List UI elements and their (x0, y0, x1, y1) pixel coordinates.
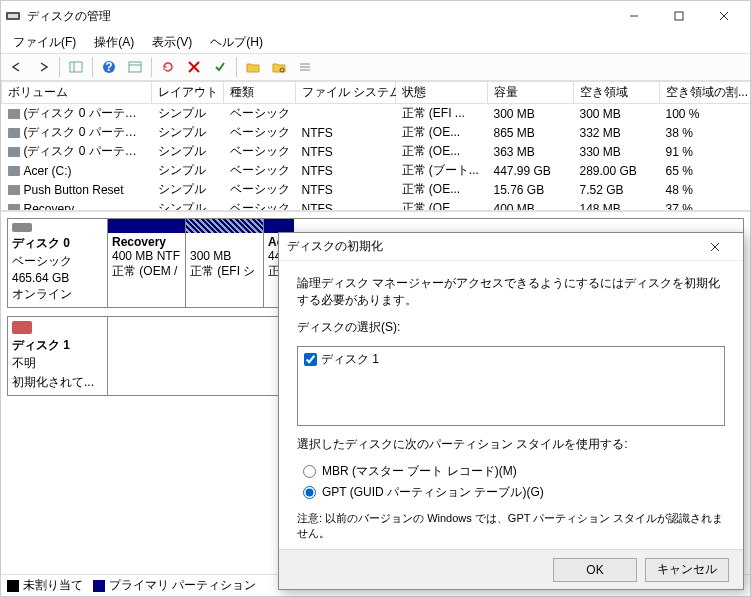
app-icon (5, 8, 21, 24)
dialog-title: ディスクの初期化 (287, 238, 695, 255)
menu-action[interactable]: 操作(A) (86, 32, 142, 53)
titlebar: ディスクの管理 (1, 1, 750, 31)
folder-search-icon[interactable] (267, 55, 291, 79)
show-hide-tree-button[interactable] (64, 55, 88, 79)
legend-unalloc: 未割り当て (23, 578, 83, 592)
properties-button[interactable] (123, 55, 147, 79)
gpt-label: GPT (GUID パーティション テーブル)(G) (322, 484, 544, 501)
col-capacity[interactable]: 容量 (488, 82, 574, 104)
refresh-icon[interactable] (156, 55, 180, 79)
gpt-radio[interactable] (303, 486, 316, 499)
dialog-message: 論理ディスク マネージャーがアクセスできるようにするにはディスクを初期化する必要… (297, 275, 725, 309)
gpt-option[interactable]: GPT (GUID パーティション テーブル)(G) (303, 484, 725, 501)
minimize-button[interactable] (611, 1, 656, 31)
menu-help[interactable]: ヘルプ(H) (202, 32, 271, 53)
col-free[interactable]: 空き領域 (574, 82, 660, 104)
legend-primary-swatch (93, 580, 105, 592)
initialize-disk-dialog: ディスクの初期化 論理ディスク マネージャーがアクセスできるようにするにはディス… (278, 232, 744, 590)
disk-icon (12, 223, 32, 232)
toolbar: ? (1, 53, 750, 81)
volume-icon (8, 204, 20, 211)
disk-select-label: ディスクの選択(S): (297, 319, 725, 336)
volume-icon (8, 109, 20, 119)
table-row[interactable]: (ディスク 0 パーティシ...シンプルベーシック正常 (EFI ...300 … (2, 104, 751, 124)
menubar: ファイル(F) 操作(A) 表示(V) ヘルプ(H) (1, 31, 750, 53)
disk1-type: 不明 (12, 355, 103, 372)
disk1-checkbox[interactable] (304, 353, 317, 366)
disk0-size: 465.64 GB (12, 271, 103, 285)
legend-primary: プライマリ パーティション (109, 578, 256, 592)
dialog-close-button[interactable] (695, 233, 735, 261)
dialog-note: 注意: 以前のバージョンの Windows では、GPT パーティション スタイ… (297, 511, 725, 541)
dialog-titlebar: ディスクの初期化 (279, 233, 743, 261)
volume-icon (8, 147, 20, 157)
table-row[interactable]: Push Button ResetシンプルベーシックNTFS正常 (OE...1… (2, 180, 751, 199)
cancel-button[interactable]: キャンセル (645, 558, 729, 582)
partition[interactable]: Recovery400 MB NTF正常 (OEM / (108, 219, 186, 307)
mbr-radio[interactable] (303, 465, 316, 478)
disk-icon (12, 321, 32, 334)
table-row[interactable]: (ディスク 0 パーティシ...シンプルベーシックNTFS正常 (OE...36… (2, 142, 751, 161)
table-row[interactable]: Acer (C:)シンプルベーシックNTFS正常 (ブート...447.99 G… (2, 161, 751, 180)
disk1-item-label: ディスク 1 (321, 351, 379, 368)
ok-button[interactable]: OK (553, 558, 637, 582)
menu-view[interactable]: 表示(V) (144, 32, 200, 53)
disk0-name: ディスク 0 (12, 235, 103, 252)
partition-bar (264, 219, 294, 233)
back-button[interactable] (5, 55, 29, 79)
volume-table[interactable]: ボリューム レイアウト 種類 ファイル システム 状態 容量 空き領域 空き領域… (1, 81, 750, 211)
check-icon[interactable] (208, 55, 232, 79)
disk-select-item[interactable]: ディスク 1 (304, 351, 718, 368)
mbr-option[interactable]: MBR (マスター ブート レコード)(M) (303, 463, 725, 480)
mbr-label: MBR (マスター ブート レコード)(M) (322, 463, 517, 480)
disk0-status: オンライン (12, 286, 103, 303)
list-icon[interactable] (293, 55, 317, 79)
close-button[interactable] (701, 1, 746, 31)
partition-style-label: 選択したディスクに次のパーティション スタイルを使用する: (297, 436, 725, 453)
col-volume[interactable]: ボリューム (2, 82, 152, 104)
table-row[interactable]: (ディスク 0 パーティシ...シンプルベーシックNTFS正常 (OE...86… (2, 123, 751, 142)
volume-icon (8, 185, 20, 195)
svg-text:?: ? (105, 60, 112, 74)
volume-icon (8, 128, 20, 138)
disk-select-list[interactable]: ディスク 1 (297, 346, 725, 426)
col-layout[interactable]: レイアウト (152, 82, 224, 104)
legend-unalloc-swatch (7, 580, 19, 592)
disk0-header: ディスク 0 ベーシック 465.64 GB オンライン (8, 219, 108, 307)
table-row[interactable]: RecoveryシンプルベーシックNTFS正常 (OE...400 MB148 … (2, 199, 751, 211)
forward-button[interactable] (31, 55, 55, 79)
partition[interactable]: 300 MB正常 (EFI シ (186, 219, 264, 307)
partition-bar (186, 219, 263, 233)
volume-icon (8, 166, 20, 176)
menu-file[interactable]: ファイル(F) (5, 32, 84, 53)
folder-icon[interactable] (241, 55, 265, 79)
svg-rect-1 (8, 14, 18, 18)
help-button[interactable]: ? (97, 55, 121, 79)
svg-rect-10 (129, 62, 141, 72)
maximize-button[interactable] (656, 1, 701, 31)
disk0-type: ベーシック (12, 253, 103, 270)
volume-list-pane: ボリューム レイアウト 種類 ファイル システム 状態 容量 空き領域 空き領域… (1, 81, 750, 211)
disk1-header: ディスク 1 不明 初期化されて... (8, 317, 108, 395)
svg-rect-3 (675, 12, 683, 20)
col-fs[interactable]: ファイル システム (296, 82, 396, 104)
col-freepct[interactable]: 空き領域の割... (660, 82, 751, 104)
disk1-name: ディスク 1 (12, 337, 103, 354)
svg-rect-6 (70, 62, 82, 72)
disk1-status: 初期化されて... (12, 374, 103, 391)
partition-bar (108, 219, 185, 233)
delete-icon[interactable] (182, 55, 206, 79)
col-status[interactable]: 状態 (396, 82, 488, 104)
col-type[interactable]: 種類 (224, 82, 296, 104)
window-title: ディスクの管理 (27, 8, 611, 25)
